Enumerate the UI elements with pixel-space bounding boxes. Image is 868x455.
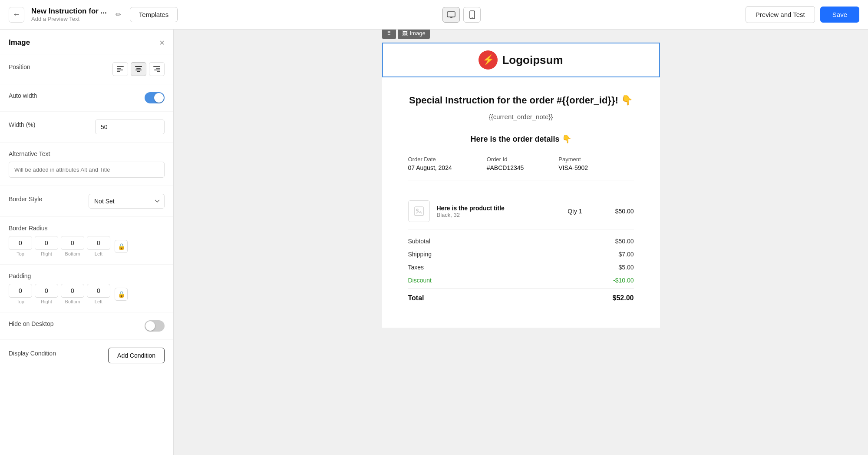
order-id-col: Order Id #ABCD12345 — [487, 156, 524, 171]
svg-point-18 — [416, 209, 418, 211]
svg-rect-9 — [135, 66, 142, 67]
page-subtitle: Add a Preview Text — [31, 16, 107, 22]
padding-left-label: Left — [95, 299, 102, 304]
svg-rect-13 — [153, 66, 160, 67]
order-id-label: Order Id — [487, 156, 524, 163]
svg-rect-17 — [415, 207, 423, 216]
hide-desktop-label: Hide on Desktop — [9, 320, 54, 327]
svg-rect-0 — [447, 12, 455, 17]
templates-button[interactable]: Templates — [130, 7, 178, 22]
payment-label: Payment — [558, 156, 588, 163]
save-button[interactable]: Save — [820, 7, 859, 23]
block-type-label: 🖼 Image — [398, 30, 430, 39]
taxes-row: Taxes $5.00 — [408, 261, 634, 274]
svg-rect-11 — [135, 70, 142, 70]
padding-bottom-input[interactable] — [61, 284, 84, 298]
email-body: Special Instruction for the order #{{ord… — [382, 77, 660, 328]
order-date-label: Order Date — [408, 156, 452, 163]
display-condition-section: Display Condition Add Condition — [0, 340, 173, 371]
order-date-col: Order Date 07 August, 2024 — [408, 156, 452, 171]
desktop-view-button[interactable] — [442, 7, 460, 23]
position-label: Position — [9, 63, 30, 70]
payment-col: Payment VISA-5902 — [558, 156, 588, 171]
padding-label: Padding — [9, 272, 165, 279]
border-radius-top-input[interactable] — [9, 236, 32, 250]
shipping-label: Shipping — [408, 251, 432, 258]
svg-rect-16 — [157, 71, 160, 72]
padding-top-input[interactable] — [9, 284, 32, 298]
panel-header: Image × — [0, 30, 173, 54]
payment-value: VISA-5902 — [558, 164, 588, 171]
shipping-row: Shipping $7.00 — [408, 248, 634, 261]
total-row: Total $52.00 — [408, 289, 634, 305]
total-label: Total — [408, 294, 424, 302]
product-variant: Black, 32 — [437, 212, 561, 218]
border-style-select[interactable]: Not Set Solid Dashed Dotted — [89, 194, 165, 209]
svg-point-4 — [472, 17, 472, 18]
canvas-area: ⠿ 🖼 Image ⚡ Logoipsum Special Instructi — [174, 30, 868, 455]
product-info: Here is the product title Black, 32 — [437, 205, 561, 218]
display-condition-label: Display Condition — [9, 350, 56, 357]
border-radius-right-label: Right — [41, 251, 52, 256]
product-thumbnail — [408, 200, 430, 222]
alt-text-input[interactable] — [9, 162, 165, 178]
align-right-button[interactable] — [149, 62, 165, 76]
logo-area: ⚡ Logoipsum — [479, 50, 563, 70]
back-button[interactable]: ← — [9, 7, 24, 23]
image-block[interactable]: ⚡ Logoipsum — [382, 43, 660, 77]
border-radius-bottom-input[interactable] — [61, 236, 84, 250]
product-price: $50.00 — [615, 208, 634, 215]
discount-row: Discount -$10.00 — [408, 274, 634, 287]
add-condition-button[interactable]: Add Condition — [108, 348, 165, 363]
product-name: Here is the product title — [437, 205, 561, 212]
width-label: Width (%) — [9, 121, 35, 128]
border-radius-left-input[interactable] — [87, 236, 110, 250]
border-radius-label: Border Radius — [9, 225, 165, 232]
align-center-button[interactable] — [131, 62, 146, 76]
subtotal-row: Subtotal $50.00 — [408, 235, 634, 248]
border-radius-lock-button[interactable]: 🔒 — [115, 240, 128, 253]
auto-width-label: Auto width — [9, 92, 37, 99]
padding-section: Padding Top Right Bottom — [0, 265, 173, 312]
top-bar: ← New Instruction for ... Add a Preview … — [0, 0, 868, 30]
panel-close-button[interactable]: × — [159, 38, 165, 47]
order-date-value: 07 August, 2024 — [408, 164, 452, 171]
border-radius-right-input[interactable] — [35, 236, 58, 250]
totals-section: Subtotal $50.00 Shipping $7.00 Taxes $5.… — [408, 229, 634, 310]
block-toolbar: ⠿ 🖼 Image — [382, 30, 430, 39]
align-left-button[interactable] — [112, 62, 128, 76]
auto-width-section: Auto width — [0, 84, 173, 112]
padding-left-input[interactable] — [87, 284, 110, 298]
border-radius-bottom-label: Bottom — [65, 251, 80, 256]
alt-text-label: Alternative Text — [9, 150, 165, 157]
svg-rect-6 — [117, 68, 121, 69]
border-style-label: Border Style — [9, 196, 42, 203]
order-note: {{current_order_note}} — [408, 113, 634, 120]
top-bar-right: Preview and Test Save — [746, 6, 859, 23]
page-title: New Instruction for ... — [31, 7, 107, 16]
discount-value: -$10.00 — [613, 277, 634, 284]
panel-title: Image — [9, 38, 30, 47]
drag-handle[interactable]: ⠿ — [382, 30, 396, 39]
padding-top-label: Top — [17, 299, 24, 304]
position-buttons — [112, 62, 165, 76]
preview-test-button[interactable]: Preview and Test — [746, 6, 815, 23]
width-input[interactable] — [95, 120, 165, 134]
svg-rect-15 — [154, 70, 160, 70]
title-block: New Instruction for ... Add a Preview Te… — [31, 7, 107, 22]
padding-lock-button[interactable]: 🔒 — [115, 288, 128, 301]
subtotal-label: Subtotal — [408, 238, 430, 245]
hide-desktop-toggle[interactable] — [145, 320, 165, 332]
edit-title-button[interactable]: ✏ — [114, 9, 123, 20]
svg-rect-7 — [117, 70, 123, 70]
mobile-view-button[interactable] — [463, 7, 481, 23]
hide-desktop-section: Hide on Desktop — [0, 312, 173, 340]
image-block-wrapper: ⠿ 🖼 Image ⚡ Logoipsum — [382, 43, 660, 77]
logo-text: Logoipsum — [502, 53, 563, 67]
svg-rect-14 — [156, 68, 160, 69]
padding-right-input[interactable] — [35, 284, 58, 298]
auto-width-toggle[interactable] — [145, 92, 165, 103]
shipping-value: $7.00 — [618, 251, 634, 258]
product-row: Here is the product title Black, 32 Qty … — [408, 193, 634, 229]
side-panel: Image × Position — [0, 30, 174, 455]
